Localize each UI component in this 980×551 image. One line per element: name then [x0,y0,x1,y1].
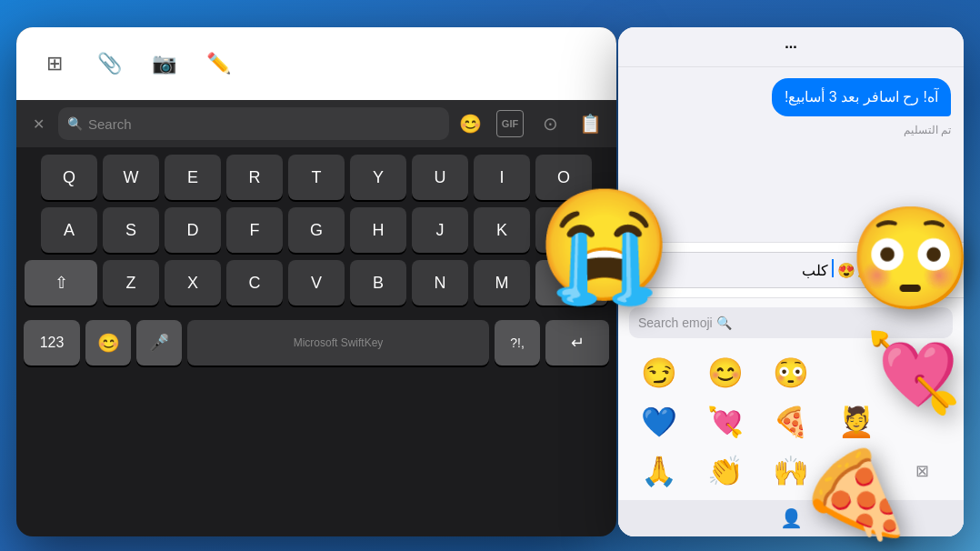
key-t[interactable]: T [288,155,345,200]
emoji-heart-arrow: 💘 [865,327,962,418]
pen-icon[interactable]: ✏️ [202,47,235,80]
emoji-smirk[interactable]: 😏 [627,349,691,396]
key-row-2: A S D F G H J K L [24,207,609,253]
sent-message: آه! رح اسافر بعد 3 أسابيع! [772,78,951,116]
key-w[interactable]: W [103,155,159,200]
key-c[interactable]: C [226,260,283,306]
key-d[interactable]: D [165,207,221,253]
add-image-icon[interactable]: ⊞ [38,47,71,80]
shift-key[interactable]: ⇧ [25,260,97,306]
return-key[interactable]: ↵ [545,320,609,366]
key-r[interactable]: R [226,155,283,200]
key-s[interactable]: S [103,207,159,253]
key-h[interactable]: H [350,207,406,253]
emoji-flushed[interactable]: 😳 [759,349,823,396]
input-word: كلب [802,262,828,279]
emoji-heart-arrow2[interactable]: 💘 [693,398,756,446]
key-row-3: ⇧ Z X C V B N M ⌫ [24,260,609,306]
bottom-row: 123 😊 🎤 Microsoft SwiftKey ?!, ↵ [16,316,616,375]
key-z[interactable]: Z [103,260,159,306]
emoji-search-bar[interactable]: 🔍 Search [58,107,449,140]
emoji-clap[interactable]: 👏 [693,447,756,495]
clipboard-icon[interactable]: 📋 [576,110,604,137]
emoji-icon[interactable]: 😊 [456,110,484,137]
emoji-pray[interactable]: 🙏 [627,447,691,495]
emoji-surprised: 😳 [848,200,973,317]
delivered-status: تم التسليم [904,124,951,136]
sticker-icon[interactable]: ⊙ [536,110,564,137]
emoji-bar: ✕ 🔍 Search 😊 GIF ⊙ 📋 [16,100,616,147]
key-i[interactable]: I [474,155,530,200]
key-v[interactable]: V [288,260,345,306]
punct-key[interactable]: ?!, [495,320,540,366]
emoji-search-placeholder: Search emoji 🔍 [638,316,732,330]
keys-area: Q W E R T Y U I O A S D F G H J K L ⇧ Z … [16,147,616,316]
emoji-smile[interactable]: 😊 [693,349,756,396]
cursor [832,259,834,281]
key-k[interactable]: K [474,207,530,253]
key-j[interactable]: J [412,207,468,253]
key-f[interactable]: F [226,207,283,253]
gif-button[interactable]: GIF [496,110,524,137]
key-e[interactable]: E [165,155,221,200]
key-u[interactable]: U [412,155,468,200]
key-a[interactable]: A [41,207,97,253]
mic-key[interactable]: 🎤 [136,320,182,366]
key-q[interactable]: Q [41,155,97,200]
num-key[interactable]: 123 [24,320,80,366]
space-key[interactable]: Microsoft SwiftKey [187,320,489,366]
emoji-bottom-key[interactable]: 😊 [85,320,131,366]
close-button[interactable]: ✕ [25,111,51,136]
emoji-bar-icons: 😊 GIF ⊙ 📋 [456,110,607,137]
search-placeholder: Search [88,116,132,132]
attachment-icon[interactable]: 📎 [93,47,125,80]
emoji-crying: 😭 [536,182,673,310]
key-y[interactable]: Y [350,155,406,200]
contact-name: ··· [785,39,796,55]
camera-icon[interactable]: 📷 [147,47,180,80]
key-row-1: Q W E R T Y U I O [24,155,609,200]
search-icon: 🔍 [67,116,83,131]
key-g[interactable]: G [288,207,345,253]
emoji-pizza2[interactable]: 🍕 [759,398,823,446]
key-n[interactable]: N [412,260,468,306]
chat-header: ··· [618,27,964,67]
key-b[interactable]: B [350,260,406,306]
top-toolbar: ⊞ 📎 📷 ✏️ [16,27,616,100]
user-silhouette-icon[interactable]: 👤 [780,507,803,529]
keyboard-panel: ⊞ 📎 📷 ✏️ ✕ 🔍 Search 😊 GIF ⊙ 📋 Q W E R T … [16,27,616,536]
key-m[interactable]: M [474,260,530,306]
key-x[interactable]: X [165,260,221,306]
emoji-blue-heart[interactable]: 💙 [627,398,691,446]
